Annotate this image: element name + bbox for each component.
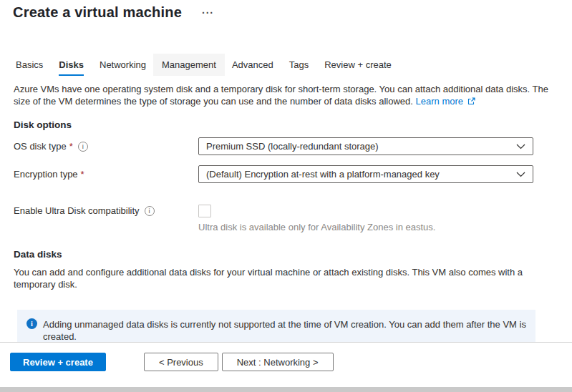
os-disk-type-label: OS disk type: [14, 137, 67, 155]
info-banner-icon: i: [26, 318, 37, 329]
tab-bar: Basics Disks Networking Management Advan…: [16, 54, 572, 76]
page-header: Create a virtual machine ···: [0, 0, 572, 21]
page-title: Create a virtual machine: [13, 4, 182, 21]
next-networking-button[interactable]: Next : Networking >: [222, 353, 334, 371]
encryption-type-select[interactable]: (Default) Encryption at-rest with a plat…: [198, 165, 533, 183]
disk-options-heading: Disk options: [14, 119, 572, 131]
tab-basics[interactable]: Basics: [16, 54, 43, 76]
encryption-type-value: (Default) Encryption at-rest with a plat…: [206, 169, 440, 180]
tab-tags[interactable]: Tags: [289, 54, 309, 76]
data-disks-heading: Data disks: [14, 249, 572, 260]
info-banner-text: Adding unmanaged data disks is currently…: [43, 318, 526, 343]
ultra-disk-label: Enable Ultra Disk compatibility: [14, 205, 140, 217]
ultra-disk-label-cell: Enable Ultra Disk compatibility i: [14, 205, 198, 217]
os-disk-type-value: Premium SSD (locally-redundant storage): [206, 141, 379, 152]
data-disks-description: You can add and configure additional dat…: [14, 266, 558, 290]
more-options-button[interactable]: ···: [202, 9, 214, 16]
intro-paragraph: Azure VMs have one operating system disk…: [14, 83, 557, 107]
os-disk-type-label-cell: OS disk type * i: [14, 137, 198, 155]
chevron-down-icon: [516, 172, 525, 177]
info-icon[interactable]: i: [145, 206, 155, 216]
tab-advanced[interactable]: Advanced: [232, 54, 273, 76]
encryption-type-label: Encryption type: [14, 165, 78, 183]
ultra-disk-field: Ultra disk is available only for Availab…: [198, 205, 435, 232]
os-disk-type-row: OS disk type * i Premium SSD (locally-re…: [14, 137, 572, 155]
tab-review-create[interactable]: Review + create: [324, 54, 392, 76]
learn-more-link[interactable]: Learn more: [416, 96, 463, 107]
os-disk-type-select[interactable]: Premium SSD (locally-redundant storage): [198, 137, 533, 155]
review-create-button[interactable]: Review + create: [10, 353, 106, 371]
encryption-type-row: Encryption type * (Default) Encryption a…: [14, 165, 572, 183]
info-icon[interactable]: i: [78, 142, 88, 152]
ultra-disk-row: Enable Ultra Disk compatibility i Ultra …: [14, 205, 572, 232]
encryption-type-label-cell: Encryption type *: [14, 165, 198, 183]
chevron-down-icon: [516, 144, 525, 150]
ultra-disk-helper-text: Ultra disk is available only for Availab…: [198, 222, 435, 232]
tab-disks[interactable]: Disks: [59, 54, 84, 76]
external-link-icon: [467, 97, 475, 105]
tab-networking[interactable]: Networking: [100, 54, 146, 76]
window-bottom-strip: [0, 387, 572, 392]
ultra-disk-checkbox[interactable]: [198, 205, 211, 217]
previous-button[interactable]: < Previous: [144, 353, 218, 371]
required-marker: *: [69, 137, 73, 155]
tab-management[interactable]: Management: [153, 54, 225, 76]
required-marker: *: [81, 165, 84, 183]
footer-bar: Review + create < Previous Next : Networ…: [0, 342, 572, 392]
footer-buttons: Review + create < Previous Next : Networ…: [0, 343, 572, 371]
